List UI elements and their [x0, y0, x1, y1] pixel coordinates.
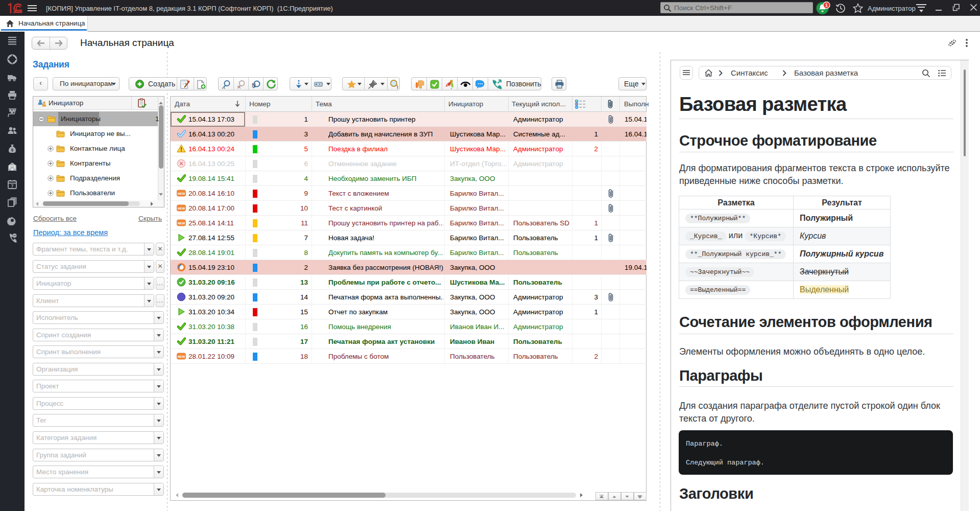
svg-text:1: 1 — [825, 2, 828, 8]
svg-text:NEW: NEW — [178, 221, 185, 225]
svg-text:7: 7 — [11, 183, 13, 189]
svg-text:NEW: NEW — [178, 206, 185, 210]
svg-text:$: $ — [11, 148, 14, 152]
svg-text:NEW: NEW — [178, 355, 185, 358]
svg-text:NEW: NEW — [178, 192, 185, 195]
